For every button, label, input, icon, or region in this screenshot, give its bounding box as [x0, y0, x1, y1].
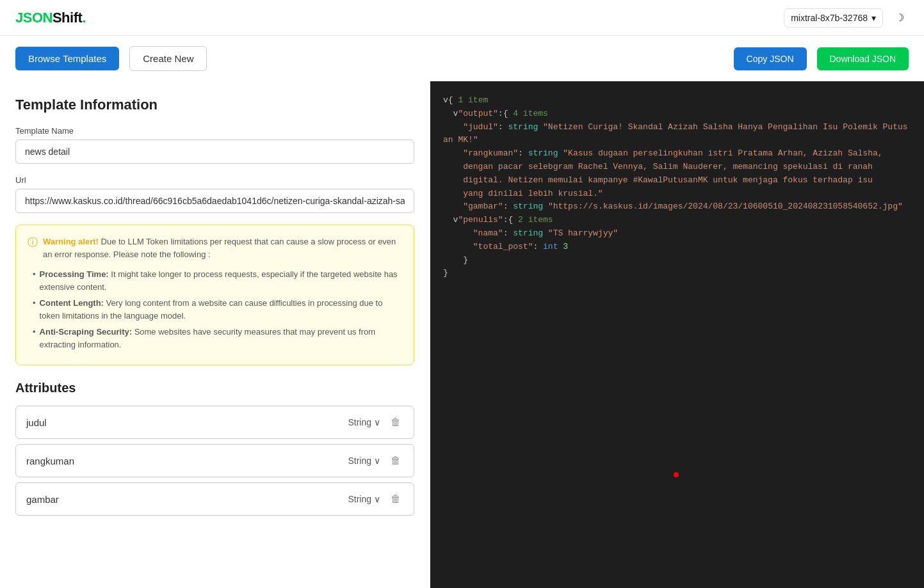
attr-type-gambar-value: String: [348, 494, 371, 504]
json-line-close-penulis: }: [443, 254, 911, 267]
warning-box: ⓘ Warning alert! Due to LLM Token limita…: [15, 225, 414, 365]
attribute-row-rangkuman: rangkuman String ∨ 🗑: [15, 444, 414, 477]
warning-item-1: Processing Time: It might take longer to…: [33, 268, 402, 293]
main-layout: Template Information Template Name Url ⓘ…: [0, 81, 924, 588]
json-line-rangkuman: "rangkuman": string "Kasus dugaan persel…: [443, 147, 911, 200]
warning-icon: ⓘ: [28, 236, 38, 250]
chevron-down-icon-gambar: ∨: [374, 494, 380, 504]
download-json-button[interactable]: Download JSON: [817, 47, 909, 70]
header-right: mixtral-8x7b-32768 ▾ ☽: [784, 8, 909, 28]
toolbar: Browse Templates Create New Copy JSON Do…: [0, 36, 924, 81]
json-line-judul: "judul": string "Netizen Curiga! Skandal…: [443, 121, 911, 148]
left-panel: Template Information Template Name Url ⓘ…: [0, 81, 430, 588]
header: JSONShift. mixtral-8x7b-32768 ▾ ☽: [0, 0, 924, 36]
browse-templates-button[interactable]: Browse Templates: [15, 47, 119, 70]
warning-item-1-content: Processing Time: It might take longer to…: [40, 268, 402, 293]
logo-json: JSON: [15, 10, 53, 26]
attr-type-rangkuman-value: String: [348, 456, 371, 466]
warning-item-2-bold: Content Length:: [40, 298, 104, 308]
logo-dot: .: [82, 10, 86, 26]
delete-rangkuman-button[interactable]: 🗑: [388, 454, 403, 468]
attr-type-judul[interactable]: String ∨: [348, 417, 380, 427]
json-line-1: v{ 1 item: [443, 94, 911, 107]
model-value: mixtral-8x7b-32768: [791, 13, 868, 23]
json-line-close-root: }: [443, 267, 911, 280]
warning-item-1-bold: Processing Time:: [40, 269, 109, 279]
attribute-row-gambar: gambar String ∨ 🗑: [15, 482, 414, 516]
moon-icon[interactable]: ☽: [891, 9, 909, 27]
delete-judul-button[interactable]: 🗑: [388, 415, 403, 429]
chevron-down-icon: ▾: [871, 13, 876, 23]
red-dot-indicator: [674, 472, 679, 477]
template-name-label: Template Name: [15, 126, 414, 136]
json-line-total-post: "total_post": int 3: [443, 241, 911, 254]
attribute-row-judul: judul String ∨ 🗑: [15, 406, 414, 439]
template-name-input[interactable]: [15, 139, 414, 164]
attr-type-judul-value: String: [348, 417, 371, 427]
chevron-down-icon-judul: ∨: [374, 417, 380, 427]
json-viewer-panel: v{ 1 item v"output":{ 4 items "judul": s…: [430, 81, 924, 588]
create-new-button[interactable]: Create New: [129, 46, 207, 71]
attr-type-gambar[interactable]: String ∨: [348, 494, 380, 504]
json-line-nama: "nama": string "TS harrywjyy": [443, 227, 911, 241]
json-line-gambar: "gambar": string "https://s.kaskus.id/im…: [443, 200, 911, 214]
warning-item-3: Anti-Scraping Security: Some websites ha…: [33, 326, 402, 351]
warning-list: Processing Time: It might take longer to…: [28, 268, 402, 351]
json-line-penulis: v"penulis":{ 2 items: [443, 214, 911, 227]
json-line-2: v"output":{ 4 items: [443, 107, 911, 121]
chevron-down-icon-rangkuman: ∨: [374, 456, 380, 466]
model-selector[interactable]: mixtral-8x7b-32768 ▾: [784, 8, 883, 28]
delete-gambar-button[interactable]: 🗑: [388, 492, 403, 506]
logo: JSONShift.: [15, 10, 86, 26]
warning-header-text: Warning alert! Due to LLM Token limitati…: [43, 235, 402, 260]
attributes-title: Attributes: [15, 381, 414, 395]
attr-name-judul: judul: [26, 417, 340, 428]
template-info-title: Template Information: [15, 97, 414, 113]
attributes-section: Attributes judul String ∨ 🗑 rangkuman St…: [15, 381, 414, 516]
attr-type-rangkuman[interactable]: String ∨: [348, 456, 380, 466]
url-input[interactable]: [15, 189, 414, 213]
warning-item-2-content: Content Length: Very long content from a…: [40, 297, 402, 322]
attr-name-rangkuman: rangkuman: [26, 456, 340, 466]
warning-item-2: Content Length: Very long content from a…: [33, 297, 402, 322]
url-label: Url: [15, 175, 414, 185]
logo-shift: Shift: [53, 10, 82, 26]
warning-item-3-content: Anti-Scraping Security: Some websites ha…: [40, 326, 402, 351]
warning-bold: Warning alert!: [43, 237, 99, 246]
warning-item-3-bold: Anti-Scraping Security:: [40, 327, 132, 337]
copy-json-button[interactable]: Copy JSON: [734, 47, 807, 70]
attr-name-gambar: gambar: [26, 494, 340, 505]
